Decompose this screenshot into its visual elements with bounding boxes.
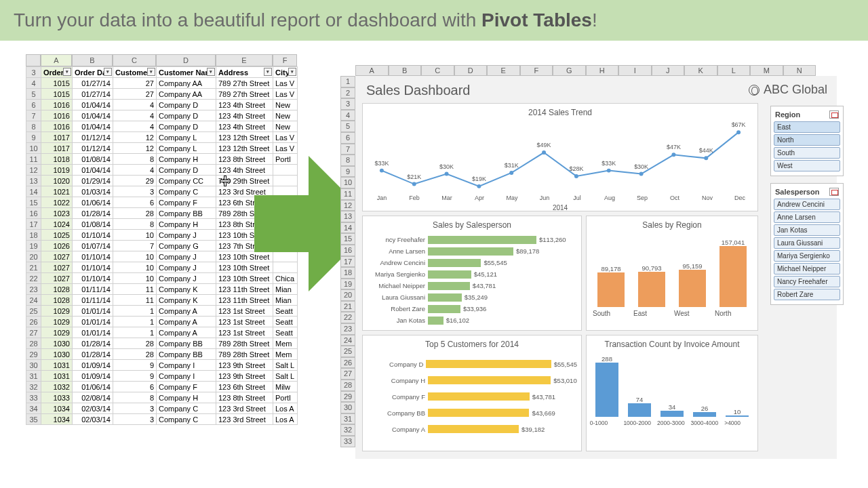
column-header[interactable]: I bbox=[618, 65, 652, 76]
cell[interactable]: Company C bbox=[157, 414, 216, 425]
cell[interactable]: Company A bbox=[157, 317, 216, 327]
row-header[interactable]: 25 bbox=[340, 346, 355, 357]
cell[interactable]: 123 1st Street bbox=[216, 317, 273, 327]
row-header[interactable]: 10 bbox=[26, 143, 41, 154]
row-header[interactable]: 24 bbox=[340, 335, 355, 346]
cell[interactable]: Company BB bbox=[157, 208, 216, 219]
cell[interactable]: 1028 bbox=[41, 284, 73, 295]
cell[interactable]: Company F bbox=[157, 197, 216, 208]
slicer-item[interactable]: South bbox=[774, 147, 840, 159]
row-header[interactable]: 5 bbox=[26, 89, 41, 100]
cell[interactable]: Company BB bbox=[157, 338, 216, 349]
column-header[interactable]: E bbox=[487, 65, 520, 76]
cell[interactable]: 8 bbox=[113, 392, 157, 403]
cell[interactable]: 4 bbox=[113, 121, 157, 132]
cell[interactable]: 11 bbox=[113, 284, 157, 295]
row-header[interactable]: 19 bbox=[340, 279, 355, 290]
cell[interactable]: 02/03/14 bbox=[73, 414, 113, 425]
table-header[interactable]: Order▾ bbox=[41, 67, 73, 78]
column-header[interactable]: B bbox=[389, 65, 422, 76]
cell[interactable]: Company K bbox=[157, 295, 216, 306]
cell[interactable]: 1026 bbox=[41, 241, 73, 251]
cell[interactable]: 01/06/14 bbox=[73, 197, 113, 208]
cell[interactable]: Salt L bbox=[273, 371, 298, 382]
cell[interactable]: 1017 bbox=[41, 132, 73, 143]
row-header[interactable]: 9 bbox=[26, 132, 41, 143]
row-header[interactable]: 23 bbox=[340, 323, 355, 335]
cell[interactable]: 4 bbox=[113, 110, 157, 121]
column-header[interactable]: M bbox=[750, 65, 783, 76]
cell[interactable]: 01/29/14 bbox=[73, 176, 113, 186]
column-header[interactable]: F bbox=[273, 54, 297, 66]
cell[interactable]: 7 bbox=[113, 241, 157, 251]
cell[interactable]: New bbox=[273, 121, 298, 132]
cell[interactable]: Seatt bbox=[273, 327, 298, 338]
cell[interactable]: 10 bbox=[113, 273, 157, 284]
cell[interactable]: 1027 bbox=[41, 273, 73, 284]
filter-dropdown-icon[interactable]: ▾ bbox=[104, 68, 112, 76]
cell[interactable]: 789 28th Street bbox=[216, 349, 273, 360]
cell[interactable]: Company D bbox=[157, 110, 216, 121]
row-header[interactable]: 15 bbox=[26, 197, 41, 208]
cell[interactable]: 3 bbox=[113, 403, 157, 414]
cell[interactable]: Las V bbox=[273, 89, 298, 100]
column-header[interactable]: B bbox=[72, 54, 113, 66]
cell[interactable]: Los A bbox=[273, 403, 298, 414]
cell[interactable]: 28 bbox=[113, 349, 157, 360]
row-header[interactable]: 21 bbox=[26, 262, 41, 273]
cell[interactable]: Mem bbox=[273, 338, 298, 349]
row-header[interactable]: 35 bbox=[26, 414, 41, 425]
column-header[interactable]: C bbox=[421, 65, 454, 76]
row-header[interactable]: 2 bbox=[340, 87, 355, 99]
cell[interactable]: Company I bbox=[157, 360, 216, 371]
cell[interactable]: 1017 bbox=[41, 143, 73, 154]
cell[interactable]: Salt L bbox=[273, 360, 298, 371]
cell[interactable]: 1027 bbox=[41, 262, 73, 273]
chart-top5-customers[interactable]: Top 5 Customers for 2014 Company D $55,5… bbox=[362, 335, 582, 451]
cell[interactable]: 6 bbox=[113, 382, 157, 392]
row-header[interactable]: 3 bbox=[340, 98, 355, 110]
cell[interactable]: 123 12th Street bbox=[216, 143, 273, 154]
row-header[interactable]: 23 bbox=[26, 284, 41, 295]
cell[interactable]: 01/12/14 bbox=[73, 143, 113, 154]
cell[interactable]: 1016 bbox=[41, 121, 73, 132]
cell[interactable]: 29 bbox=[113, 176, 157, 186]
row-header[interactable]: 4 bbox=[340, 110, 355, 121]
cell[interactable]: 01/01/14 bbox=[73, 327, 113, 338]
cell[interactable]: 1029 bbox=[41, 327, 73, 338]
slicer-item[interactable]: West bbox=[774, 160, 840, 171]
table-header[interactable]: Address▾ bbox=[216, 67, 273, 78]
row-header[interactable]: 27 bbox=[26, 327, 41, 338]
cell[interactable]: Company J bbox=[157, 230, 216, 241]
row-header[interactable]: 15 bbox=[340, 233, 355, 245]
cell[interactable]: 789 27th Street bbox=[216, 78, 273, 89]
cell[interactable]: 01/27/14 bbox=[73, 78, 113, 89]
filter-dropdown-icon[interactable]: ▾ bbox=[264, 68, 272, 76]
slicer-item[interactable]: Anne Larsen bbox=[774, 211, 840, 223]
row-header[interactable]: 13 bbox=[26, 176, 41, 186]
cell[interactable]: 27 bbox=[113, 78, 157, 89]
cell[interactable]: 28 bbox=[113, 338, 157, 349]
cell[interactable]: 1016 bbox=[41, 110, 73, 121]
cell[interactable]: 1031 bbox=[41, 371, 73, 382]
row-header[interactable]: 17 bbox=[340, 256, 355, 268]
cell[interactable]: 12 bbox=[113, 132, 157, 143]
slicer-item[interactable]: Michael Neipper bbox=[774, 263, 840, 274]
cell[interactable]: 123 9th Street bbox=[216, 371, 273, 382]
cell[interactable]: 01/01/14 bbox=[73, 306, 113, 317]
cell[interactable]: Los A bbox=[273, 414, 298, 425]
row-header[interactable]: 26 bbox=[26, 317, 41, 327]
cell[interactable]: 123 6th Street bbox=[216, 382, 273, 392]
cell[interactable]: 3 bbox=[113, 414, 157, 425]
cell[interactable]: 1020 bbox=[41, 176, 73, 186]
row-header[interactable]: 29 bbox=[340, 391, 355, 403]
chart-transaction-count[interactable]: Transaction Count by Invoice Amount 288 … bbox=[586, 335, 758, 451]
cell[interactable]: Company H bbox=[157, 219, 216, 230]
row-header[interactable]: 7 bbox=[26, 110, 41, 121]
cell[interactable]: 01/11/14 bbox=[73, 295, 113, 306]
row-header[interactable]: 22 bbox=[340, 312, 355, 323]
cell[interactable]: Seatt bbox=[273, 306, 298, 317]
cell[interactable]: 11 bbox=[113, 295, 157, 306]
cell[interactable]: Las V bbox=[273, 78, 298, 89]
table-header[interactable]: Customer Nan▾ bbox=[157, 67, 216, 78]
